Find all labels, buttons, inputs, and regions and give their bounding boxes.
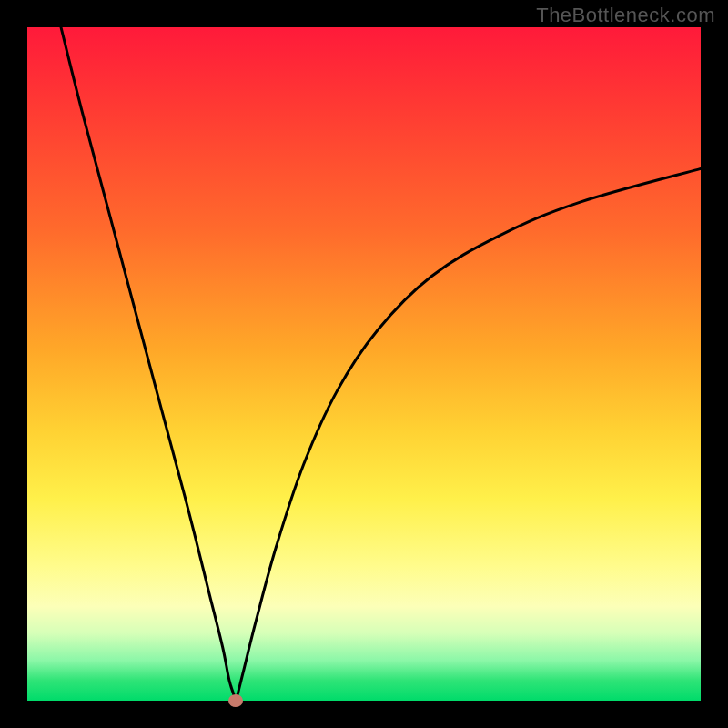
bottleneck-curve-right — [236, 168, 701, 701]
plot-area — [27, 27, 701, 701]
bottleneck-curve-left — [61, 27, 236, 701]
curve-svg — [27, 27, 701, 701]
watermark-text: TheBottleneck.com — [536, 4, 715, 27]
minimum-marker-dot — [228, 694, 243, 707]
chart-frame: TheBottleneck.com — [0, 0, 728, 728]
